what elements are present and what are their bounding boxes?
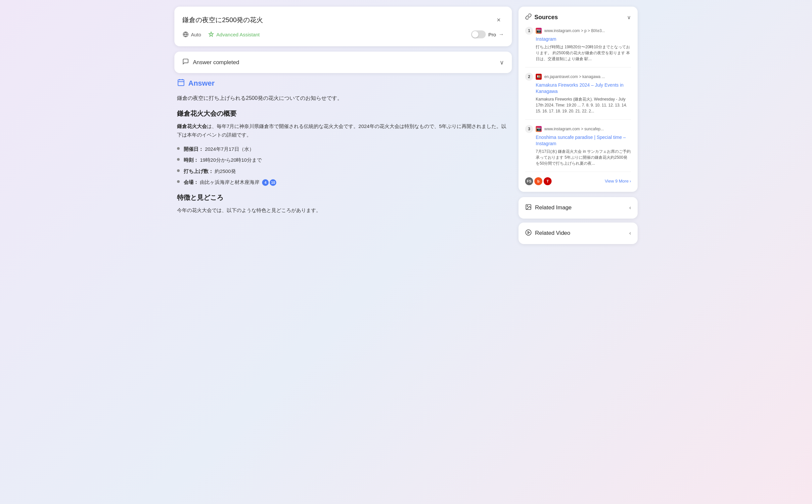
pro-label: Pro	[489, 32, 496, 37]
sources-header: Sources ∨	[525, 13, 631, 21]
sources-card: Sources ∨ 1 📷 www.instagram.com > p > Bl…	[519, 7, 638, 192]
section2-body: 今年の花火大会では、以下のような特色と見どころがあります。	[177, 206, 509, 215]
side-panel: Sources ∨ 1 📷 www.instagram.com > p > Bl…	[519, 7, 638, 248]
image-icon	[525, 204, 532, 212]
svg-point-6	[527, 206, 528, 207]
list-item: 会場： 由比ヶ浜海岸と材木座海岸 4 10	[177, 178, 509, 187]
advanced-assistant-option[interactable]: Advanced Assistant	[208, 31, 260, 38]
auto-option[interactable]: Auto	[182, 31, 201, 38]
citation-badges: 4 10	[262, 179, 276, 186]
view-more-arrow: ›	[630, 179, 631, 184]
svg-point-7	[526, 230, 532, 235]
section1-heading: 鎌倉花火大会の概要	[177, 109, 509, 118]
answer-completed-left: Answer completed	[182, 58, 239, 66]
bullet-dot	[177, 180, 180, 183]
answer-intro: 鎌倉の夜空に打ち上げられる2500発の花火についてのお知らせです。	[177, 94, 509, 103]
answer-completed-chevron: ∨	[500, 59, 504, 66]
sources-title: Sources	[534, 14, 558, 21]
close-button[interactable]: ×	[493, 15, 504, 25]
source-desc-3: 7月17日(水) 鎌倉花火大会 in サンカフェお席のご予約承っております 5年…	[536, 148, 631, 166]
view-more-text: View 9 More	[605, 179, 629, 184]
message-icon	[182, 58, 189, 66]
view-more-link[interactable]: View 9 More ›	[605, 179, 631, 184]
citation-4: 4	[262, 179, 269, 186]
bullet-dot	[177, 169, 180, 172]
source-url-2: en.japantravel.com > kanagawa ...	[544, 74, 631, 79]
source-item-1: 1 📷 www.instagram.com > p > BlXe3... Ins…	[525, 27, 631, 67]
source-item-2: 2 🍱 en.japantravel.com > kanagawa ... Ka…	[525, 73, 631, 120]
list-item: 時刻： 19時20分から20時10分まで	[177, 156, 509, 164]
source-num-3: 3	[525, 125, 533, 133]
source-favicon-1: 📷	[536, 28, 542, 34]
bullet-dot	[177, 147, 180, 150]
related-video-left: Related Video	[525, 229, 571, 237]
source-top-row: 1 📷 www.instagram.com > p > BlXe3...	[525, 27, 631, 35]
bullet-item-2: 打ち上げ数： 約2500発	[184, 167, 236, 176]
related-image-chevron: ‹	[629, 205, 631, 211]
globe-icon	[182, 31, 189, 38]
sparkle-icon	[208, 31, 214, 38]
favicon-group: FS b T	[525, 177, 552, 185]
answer-header: Answer	[177, 78, 509, 88]
search-card: 鎌倉の夜空に2500発の花火 × Auto	[174, 7, 512, 46]
favicon-b: b	[534, 177, 542, 185]
sources-chevron: ∨	[627, 14, 631, 21]
section1-text: は、毎年7月に神奈川県鎌倉市で開催される伝統的な花火大会です。2024年の花火大…	[177, 123, 506, 138]
main-panel: 鎌倉の夜空に2500発の花火 × Auto	[174, 7, 512, 220]
related-image-title: Related Image	[535, 204, 572, 211]
section1-bold: 鎌倉花火大会	[177, 123, 207, 129]
bullet-item-3: 会場： 由比ヶ浜海岸と材木座海岸 4 10	[184, 178, 276, 187]
favicon-t: T	[544, 177, 552, 185]
related-image-card[interactable]: Related Image ‹	[519, 197, 638, 219]
related-image-left: Related Image	[525, 204, 572, 212]
source-link-1[interactable]: Instagram	[536, 36, 631, 43]
answer-section: Answer 鎌倉の夜空に打ち上げられる2500発の花火についてのお知らせです。…	[174, 78, 512, 220]
source-desc-1: 打ち上げ時間は 19時20分〜20時10分までとなっております。 約2500発の…	[536, 44, 631, 62]
auto-label: Auto	[191, 32, 201, 37]
bullet-item-0: 開催日： 2024年7月17日（水）	[184, 145, 254, 153]
svg-rect-1	[178, 80, 184, 86]
favicon-fs: FS	[525, 177, 533, 185]
pro-switch[interactable]	[471, 30, 486, 38]
source-num-2: 2	[525, 73, 533, 81]
svg-marker-8	[528, 231, 530, 234]
answer-icon	[177, 78, 185, 88]
close-icon: ×	[497, 16, 501, 24]
source-desc-2: Kamakura Fireworks (鎌倉花火). Wednesday - J…	[536, 96, 631, 114]
pro-arrow: →	[499, 31, 504, 37]
source-url-3: www.instagram.com > suncafep...	[544, 127, 631, 131]
answer-completed-card[interactable]: Answer completed ∨	[174, 52, 512, 73]
bullet-item-1: 時刻： 19時20分から20時10分まで	[184, 156, 262, 164]
advanced-label: Advanced Assistant	[216, 32, 260, 37]
related-video-card[interactable]: Related Video ‹	[519, 223, 638, 244]
view-more-row: FS b T View 9 More ›	[525, 177, 631, 185]
list-item: 打ち上げ数： 約2500発	[177, 167, 509, 176]
pro-toggle[interactable]: Pro →	[471, 30, 504, 38]
video-icon	[525, 229, 532, 237]
search-query: 鎌倉の夜空に2500発の花火	[182, 16, 263, 24]
source-num-1: 1	[525, 27, 533, 35]
list-item: 開催日： 2024年7月17日（水）	[177, 145, 509, 153]
source-top-row: 3 📷 www.instagram.com > suncafep...	[525, 125, 631, 133]
related-video-title: Related Video	[535, 230, 571, 236]
section1-body: 鎌倉花火大会は、毎年7月に神奈川県鎌倉市で開催される伝統的な花火大会です。202…	[177, 122, 509, 140]
answer-title: Answer	[188, 79, 214, 88]
section2-heading: 特徴と見どころ	[177, 193, 509, 202]
source-favicon-2: 🍱	[536, 74, 542, 80]
source-link-2[interactable]: Kamakura Fireworks 2024 – July Events in…	[536, 82, 631, 95]
source-item-3: 3 📷 www.instagram.com > suncafep... Enos…	[525, 125, 631, 172]
source-link-3[interactable]: Enoshima suncafe paradise | Special time…	[536, 134, 631, 147]
bullet-list: 開催日： 2024年7月17日（水） 時刻： 19時20分から20時10分まで …	[177, 145, 509, 187]
sources-icon	[525, 13, 532, 21]
source-url-1: www.instagram.com > p > BlXe3...	[544, 28, 631, 33]
related-video-chevron: ‹	[629, 230, 631, 236]
bullet-dot	[177, 158, 180, 161]
source-favicon-3: 📷	[536, 126, 542, 132]
answer-completed-text: Answer completed	[193, 59, 239, 66]
citation-10: 10	[270, 179, 276, 186]
source-top-row: 2 🍱 en.japantravel.com > kanagawa ...	[525, 73, 631, 81]
